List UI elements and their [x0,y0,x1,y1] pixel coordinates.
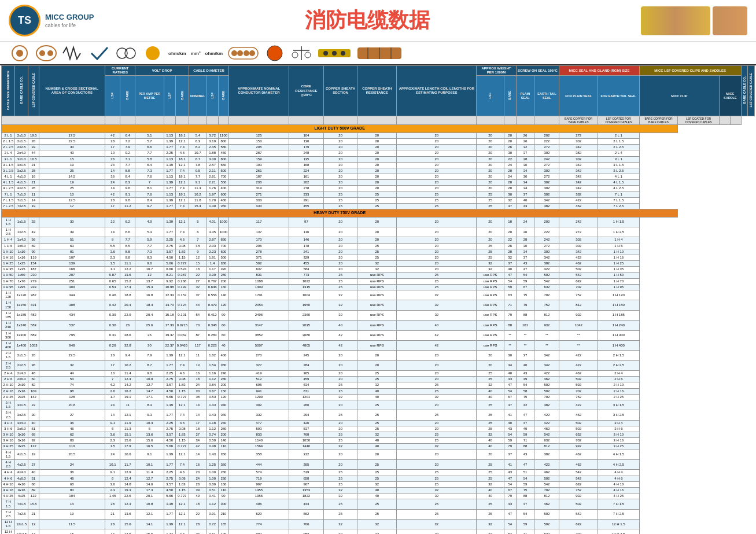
table-row: 1 H 501x502302070.8713.6128.210.387220.9… [2,272,755,278]
icon-circle-outline [264,45,286,62]
table-row: 1 H 161x161191072.39.88.34.501.15121.815… [2,255,755,260]
svg-point-1 [16,50,23,57]
svg-point-9 [231,50,237,56]
icon-multi-core [227,45,259,62]
table-container: CABLE SIZE REFERENCE BARE CABLE CO. LSF … [0,65,756,534]
icon-scale [290,45,312,62]
unit-ohm-km-2: ohm/km [205,51,223,56]
table-row: 3 H 43x4.040369.111.910.42.254.6171.1824… [2,420,755,426]
table-row: 1 H 951x953333000.5317.415.410.980.19332… [2,284,755,290]
svg-point-6 [125,48,135,58]
icon-two-core [35,45,57,62]
table-row: 3 H 253x251221101.517.916.55.660.727420.… [2,444,755,450]
sub-micc-saddle: MICC SADDLE [720,76,742,116]
table-row: 2 H 1.52x1.52623.5289.47.91.3912.1111.82… [2,351,755,360]
table-row: 1 H 251x251541391.511.19.65.660.727151.4… [2,261,755,267]
table-row: 2 H 162x16109982.616.214.74.501.15300.67… [2,388,755,394]
unit-ohm-km-1: ohm/km [168,51,186,56]
col-bare-cable-co: BARE CABLE CO. [15,66,28,116]
sub-weight-bare: BARE [504,76,516,116]
table-row: 1 H 1851x1854824340.3922.920.415.180.101… [2,310,755,320]
col-micc-lsf-clips-saddles: MICC LSF COVERED CLIPS AND SADDLES [639,66,741,76]
table-row: 3 H 63x6.05146611.352.753.08181.12280593… [2,426,755,432]
table-row: 4 H 254x251221041.4522.620.15.660.727490… [2,494,755,499]
table-row: 1 H 41x4.0565187.75.92.254.672.878301701… [2,237,755,243]
sub-current-lsf: LSF [105,76,120,116]
col-micc-seal-rgm: MICC SEAL AND GLAND (RGM) SIZE [559,66,639,76]
col-cable-diameter: CABLE DIAMETER [189,66,229,76]
cable-image [641,6,710,35]
table-row: 4 L 14x1.01614.5368.47.61.1318.17.72.617… [2,174,755,180]
table-row: 2 H 2.52x2.536321710.28.71.777.4131.5438… [2,360,755,370]
sub-micc-clip: MICC CLIP [639,76,719,116]
table-row: 4 L 2.54x2.52825149.68.11.777.411.31.764… [2,186,755,191]
col-volt-drop: VOLT DROP [135,66,189,76]
icons-row: ohm/km mm² ohm/km [0,42,756,65]
col-cable-size-ref: CABLE SIZE REFERENCE [2,66,15,116]
table-row: 3 L 13x1.016.515367.15.81.1318.16.73.008… [2,156,755,162]
table-row: 3 H 163x1692832.315.615.64.501.15340.591… [2,438,755,444]
table-row: 3 L 1.53x1.52119247.76.41.3912.17.82.576… [2,162,755,168]
col-bare-cable-co-right: BARE CABLE CO. [741,66,748,116]
sub-current-bare: BARE [120,76,135,116]
logo-text: MICC GROUP [45,13,94,23]
icon-copper-saddle [356,45,403,62]
table-row: 1 H 101x1090813.68.87.33.571.8392.236002… [2,249,755,255]
svg-point-10 [237,50,243,56]
logo-area: TS MICC GROUP cables for life [9,5,94,36]
col-num-conductors: NUMBER & CROSS SECTIONAL AREA OF CONDUCT… [39,66,105,116]
table-row: 4 H 1.54x1.51920.52410.69.11.3912.1141.4… [2,450,755,459]
table-row: 4 H 164x1689802.319.317.34.501.15390.511… [2,487,755,493]
svg-point-21 [341,51,345,56]
table-row: 7 L 2.57x2.519171711.29.71.777.415.41.30… [2,204,755,209]
icon-double-circle [115,45,137,62]
table-row: 3 L 2.53x2.52825148.87.31.777.49.52.1150… [2,168,755,174]
svg-point-12 [249,50,255,56]
table-row: 1 H 4001x40010539480.2832.83022.370.0465… [2,340,755,350]
table-row: 4 L 1.54x1.52119248.371.3912.19.12.21550… [2,180,755,186]
table-row: 1 H 2401x2405835370.362625.617.330.07157… [2,321,755,330]
svg-point-11 [244,50,249,56]
col-approx-nominal-dia: APPROXIMATE NOMINAL CONDUCTOR DIAMETER [229,66,289,116]
svg-point-7 [146,46,160,60]
sub-earth-tail-seal: EARTH TAIL SEAL [534,76,559,116]
table-row: 12 H 2.512x2.517151717.615.61.777.4370.6… [2,529,755,534]
icon-circle-fill [142,45,164,62]
table-row: 1 H 1201x1203823440.4618.816.812.330.153… [2,290,755,300]
table-row: 1 H 3001x3008837950.3128.62619.370.06287… [2,330,755,340]
table-row: 2 L 12x1.019.517.5426.45.11.1318.15.43.7… [2,132,755,138]
svg-point-13 [267,46,282,61]
table-row: 2 H 42x4.048441011.49.82.254.6161.162404… [2,371,755,377]
col-copper-sheath-section: COPPER SHEATH SECTION [323,66,357,116]
sub-dia-nominal: NOMINAL [189,76,207,116]
col-lsf-cable: LSF COVERED CABLE [28,66,39,116]
icon-wave [62,45,84,62]
cable-connector-image [713,6,747,35]
svg-point-19 [323,51,328,56]
table-row: 1 H 701x702792510.6515.213.79.320.268270… [2,278,755,284]
page-wrapper: TS MICC GROUP cables for life 消防电缆数据 [0,0,756,534]
logo-circle: TS [9,5,40,36]
sub-for-earth-tail: FOR EARTH TAIL SEAL [598,76,639,116]
cable-icons [641,6,747,35]
table-row: 7 L 17x1.01110429.17.61.1318.110.21.9760… [2,191,755,197]
sub-for-plain-seal: FOR PLAIN SEAL [559,76,598,116]
table-row: 4 H 64x6.05146612.412.72.753.08241.00230… [2,476,755,481]
svg-point-3 [39,50,45,56]
table-row: 4 H 104x1068603.614.814.63.571.83280.891… [2,481,755,487]
table-row: 3 H 2.53x2.530271412.19.31.777.4141.4334… [2,410,755,420]
col-approx-length: APPROXIMATE LENGTH COIL LENGTHS FOR ESTI… [397,66,477,116]
main-data-table: CABLE SIZE REFERENCE BARE CABLE CO. LSF … [1,65,755,534]
sub-volt-per-amp: PER AMP PER METRE [135,76,164,116]
col-lsf-cable-right: LSF COVERED CABLE [748,66,755,116]
table-row: 2 H 252x251421281.719.117.15.660.727380.… [2,394,755,400]
unit-mm2: mm² [191,51,201,56]
table-row: 1 H 351x351871681.112.210.76.660.524181.… [2,267,755,272]
table-row: 1 H 2.51x2.54339146.65.31.777.463.351000… [2,227,755,237]
svg-point-5 [117,48,127,58]
sub-volt-lsf: LSF [164,76,175,116]
top-header: TS MICC GROUP cables for life 消防电缆数据 [0,0,756,42]
table-row: 12 H 1.512x1.51311.52815.614.11.3912.128… [2,520,755,529]
sub-plain-seal: PLAIN SEAL [516,76,534,116]
table-row: 3 H 103x1069623.615.113.63.571.83270.742… [2,432,755,438]
